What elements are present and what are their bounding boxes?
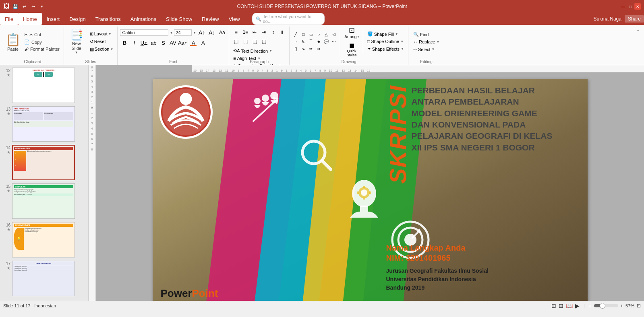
shape-rect[interactable]: □: [300, 31, 307, 37]
slide-thumb-13[interactable]: 13 ★ HASIL PENELITIAN (ANALISIS DATA POS…: [2, 105, 87, 142]
numbering-btn[interactable]: 1≡: [241, 28, 250, 36]
zoom-level[interactable]: 57%: [625, 303, 634, 308]
shape-callout[interactable]: 💬: [323, 38, 330, 45]
share-btn[interactable]: Share: [625, 15, 644, 23]
shape-line[interactable]: ╱: [292, 31, 299, 37]
replace-button[interactable]: ↔ Replace ▼: [411, 39, 442, 45]
para-controls: ≡ 1≡ ⇤ ⇥ ↕ ⫿ ⬚ ⬚ ⬚ ⬚ ⟲A Text Direction: [232, 28, 287, 56]
format-painter-button[interactable]: 🖌 Format Painter: [23, 46, 61, 52]
strikethrough-button[interactable]: ab: [149, 38, 158, 47]
magnifier-icon: [298, 137, 334, 173]
bullets-btn[interactable]: ≡: [232, 28, 240, 36]
view-normal-btn[interactable]: ⊡: [551, 303, 556, 309]
new-slide-dropdown[interactable]: ▼: [75, 51, 78, 54]
font-size-input[interactable]: [174, 29, 192, 36]
customize-qat-btn[interactable]: ▼: [39, 3, 45, 10]
shape-freeform[interactable]: ✏: [307, 45, 315, 52]
justify-btn[interactable]: ⬚: [259, 37, 268, 45]
shape-arrow[interactable]: →: [292, 38, 299, 45]
people-growth-icon: [249, 91, 282, 131]
layout-button[interactable]: ⊞ Layout ▼: [88, 31, 115, 37]
shape-tri[interactable]: △: [323, 31, 330, 37]
decrease-indent-btn[interactable]: ⇤: [250, 28, 259, 36]
view-sorter-btn[interactable]: ⊞: [559, 303, 563, 309]
shape-oval[interactable]: ○: [315, 31, 322, 37]
increase-font-btn[interactable]: A↑: [197, 28, 206, 37]
menu-insert[interactable]: Insert: [42, 13, 65, 25]
menu-design[interactable]: Design: [64, 13, 90, 25]
menu-view[interactable]: View: [224, 13, 245, 25]
redo-btn[interactable]: ↪: [30, 3, 36, 10]
shape-brace[interactable]: {}: [292, 45, 299, 52]
select-button[interactable]: ⊹ Select ▼: [411, 46, 442, 53]
zoom-slider[interactable]: [594, 304, 618, 307]
menu-animations[interactable]: Animations: [126, 13, 161, 25]
increase-indent-btn[interactable]: ⇥: [259, 28, 268, 36]
slide-thumb-12[interactable]: 12 ★ DIAGRAM ALIR PENELITIAN Box ↓ Box: [2, 67, 87, 104]
new-slide-button[interactable]: 📑 NewSlide ▼: [66, 29, 87, 54]
fit-button[interactable]: ⊡: [637, 303, 641, 309]
shape-rtri[interactable]: ◁: [330, 31, 338, 37]
highlight-btn[interactable]: A: [199, 38, 207, 47]
cut-button[interactable]: ✂ ✂ Cut: [23, 31, 61, 38]
line-spacing-btn[interactable]: ↕: [269, 28, 277, 36]
underline-button[interactable]: U▼: [139, 38, 148, 47]
text-direction-button[interactable]: ⟲A Text Direction ▼: [232, 47, 287, 54]
slide-thumb-17[interactable]: 17 ★ Daftar Jurnal/Artikel • Lorem ipsum…: [2, 260, 87, 297]
shape-more[interactable]: ⋯: [330, 38, 338, 45]
font-size-dropdown[interactable]: ▼: [193, 31, 196, 35]
shape-bend-arrow[interactable]: ↳: [300, 38, 307, 45]
columns-btn[interactable]: ⫿: [278, 28, 287, 36]
save-quick-btn[interactable]: 💾: [12, 3, 19, 10]
shadow-button[interactable]: S: [159, 38, 168, 47]
font-name-input[interactable]: [120, 29, 168, 36]
shape-star[interactable]: ★: [315, 38, 322, 45]
magnifier-icon-container: [298, 135, 334, 175]
shape-connector[interactable]: ⌒: [307, 38, 315, 45]
ribbon-collapse-button[interactable]: ⌃: [635, 28, 641, 34]
bold-button[interactable]: B: [120, 38, 129, 47]
view-slideshow-btn[interactable]: ▶: [575, 303, 580, 309]
minimize-btn[interactable]: —: [620, 3, 626, 10]
slide-thumb-15[interactable]: 15 ★ SIMPULAN Ada perbedaan hasil belaja…: [2, 183, 87, 220]
menu-slideshow[interactable]: Slide Show: [161, 13, 197, 25]
slide-canvas[interactable]: SKRIPSI PERBEDAAN HASIL BELAJAR ANTARA P…: [153, 79, 588, 301]
shape-outline-button[interactable]: □ Shape Outline ▼: [366, 38, 406, 45]
shape-block-arr[interactable]: ⇒: [315, 45, 322, 52]
align-right-btn[interactable]: ⬚: [250, 37, 259, 45]
view-reading-btn[interactable]: 📖: [566, 303, 573, 309]
reset-button[interactable]: ↺ Reset: [88, 38, 115, 45]
slide-num-15: 15: [5, 184, 10, 189]
align-center-btn[interactable]: ⬚: [241, 37, 250, 45]
find-button[interactable]: 🔍 Find: [411, 31, 442, 38]
zoom-minus-btn[interactable]: −: [589, 303, 591, 308]
close-btn[interactable]: ✕: [634, 3, 641, 10]
font-color-btn[interactable]: A: [189, 38, 198, 47]
italic-button[interactable]: I: [130, 38, 139, 47]
menu-transitions[interactable]: Transitions: [91, 13, 126, 25]
decrease-font-btn[interactable]: A↓: [207, 28, 216, 37]
tell-me-input[interactable]: 🔍 Tell me what you want to do...: [252, 13, 325, 25]
shape-effects-button[interactable]: ✦ Shape Effects ▼: [366, 45, 406, 52]
quick-styles-button[interactable]: ◼ QuickStyles: [345, 41, 358, 58]
font-spacing-btn[interactable]: AV: [168, 38, 177, 47]
align-left-btn[interactable]: ⬚: [232, 37, 240, 45]
menu-home[interactable]: Home: [18, 13, 42, 25]
shape-fill-button[interactable]: 🪣 Shape Fill ▼: [366, 31, 406, 37]
zoom-plus-btn[interactable]: +: [621, 303, 623, 308]
shape-curve[interactable]: ∿: [300, 45, 307, 52]
paste-button[interactable]: 📋 Paste: [4, 28, 22, 56]
undo-btn[interactable]: ↩: [21, 3, 27, 10]
arrange-button[interactable]: ⊡ Arrange: [343, 25, 360, 40]
font-name-dropdown[interactable]: ▼: [170, 31, 173, 35]
section-button[interactable]: ▤ Section ▼: [88, 46, 115, 53]
clear-format-btn[interactable]: Aa: [217, 28, 226, 37]
copy-button[interactable]: 📄 Copy: [23, 39, 61, 45]
slide-thumb-14[interactable]: 14 ★ PEMBAHASAN ① ② ③ Ada perbedaan hasi…: [2, 144, 87, 181]
menu-file[interactable]: File: [0, 13, 18, 25]
menu-review[interactable]: Review: [197, 13, 224, 25]
shape-rounded-rect[interactable]: ▭: [307, 31, 315, 37]
change-case-btn[interactable]: Aa▼: [178, 38, 187, 47]
slide-thumb-16[interactable]: 16 ★ REKOMENDASI 💡 Disarankan peneliti s…: [2, 221, 87, 258]
maximize-btn[interactable]: □: [627, 3, 634, 10]
